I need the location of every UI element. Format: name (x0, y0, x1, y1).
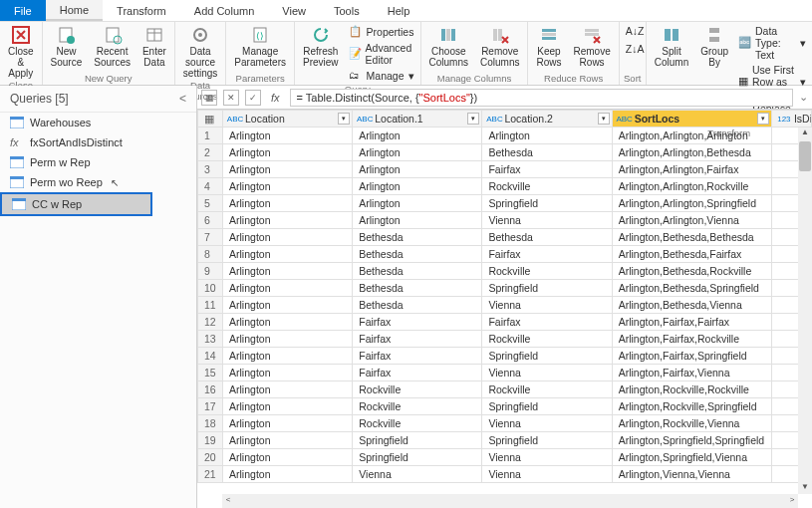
cell[interactable]: Springfield (482, 280, 612, 297)
table-row[interactable]: 2ArlingtonArlingtonBethesdaArlington,Arl… (198, 144, 812, 161)
sort-asc-button[interactable]: A↓Z (624, 24, 642, 40)
column-header-location1[interactable]: ABCLocation.1▾ (353, 111, 482, 127)
column-header-location2[interactable]: ABCLocation.2▾ (482, 111, 612, 127)
cell[interactable]: Arlington,Bethesda,Vienna (612, 297, 771, 314)
table-row[interactable]: 6ArlingtonArlingtonViennaArlington,Arlin… (198, 212, 812, 229)
sort-desc-button[interactable]: Z↓A (624, 42, 642, 58)
recent-sources-button[interactable]: Recent Sources (90, 24, 135, 69)
cell[interactable]: Arlington,Bethesda,Rockville (612, 263, 771, 280)
cell[interactable]: Springfield (353, 449, 482, 466)
filter-button[interactable]: ▾ (467, 113, 479, 125)
remove-columns-button[interactable]: Remove Columns (476, 24, 523, 69)
scroll-left-button[interactable]: < (222, 495, 234, 507)
row-number[interactable]: 7 (198, 229, 223, 246)
cell[interactable]: Vienna (482, 466, 612, 483)
row-number[interactable]: 2 (198, 144, 223, 161)
table-row[interactable]: 3ArlingtonArlingtonFairfaxArlington,Arli… (198, 161, 812, 178)
cell[interactable]: Arlington (353, 178, 482, 195)
cell[interactable]: Arlington (223, 398, 353, 415)
menu-file[interactable]: File (0, 0, 46, 21)
cell[interactable]: Springfield (482, 195, 612, 212)
row-number[interactable]: 12 (198, 314, 223, 331)
cell[interactable]: Rockville (482, 263, 612, 280)
properties-button[interactable]: 📋Properties (347, 24, 416, 40)
column-header-isdist[interactable]: 123IsDist (771, 111, 811, 127)
cell[interactable]: Arlington,Springfield,Springfield (612, 432, 771, 449)
table-row[interactable]: 5ArlingtonArlingtonSpringfieldArlington,… (198, 195, 812, 212)
table-row[interactable]: 20ArlingtonSpringfieldViennaArlington,Sp… (198, 449, 812, 466)
formula-input[interactable]: = Table.Distinct(Source, {"SortLocs"}) (290, 89, 793, 107)
row-number[interactable]: 20 (198, 449, 223, 466)
cell[interactable]: Arlington,Springfield,Vienna (612, 449, 771, 466)
manage-parameters-button[interactable]: ⟨⟩Manage Parameters (230, 24, 290, 69)
cell[interactable]: Arlington,Arlington,Arlington (612, 127, 771, 144)
cell[interactable]: Vienna (482, 415, 612, 432)
cell[interactable]: Fairfax (353, 314, 482, 331)
cell[interactable]: Arlington,Bethesda,Springfield (612, 280, 771, 297)
row-number[interactable]: 16 (198, 381, 223, 398)
table-row[interactable]: 8ArlingtonBethesdaFairfaxArlington,Bethe… (198, 246, 812, 263)
table-row[interactable]: 11ArlingtonBethesdaViennaArlington,Bethe… (198, 297, 812, 314)
cell[interactable]: Arlington,Fairfax,Springfield (612, 348, 771, 365)
cell[interactable]: Fairfax (353, 331, 482, 348)
cell[interactable]: Arlington (482, 127, 612, 144)
cell[interactable]: Arlington,Arlington,Fairfax (612, 161, 771, 178)
menu-view[interactable]: View (268, 0, 320, 21)
row-number[interactable]: 21 (198, 466, 223, 483)
table-row[interactable]: 1ArlingtonArlingtonArlingtonArlington,Ar… (198, 127, 812, 144)
table-row[interactable]: 19ArlingtonSpringfieldSpringfieldArlingt… (198, 432, 812, 449)
cell[interactable]: Rockville (482, 381, 612, 398)
scroll-thumb[interactable] (799, 141, 811, 171)
cell[interactable]: Arlington,Rockville,Rockville (612, 381, 771, 398)
cell[interactable]: Arlington,Arlington,Vienna (612, 212, 771, 229)
cell[interactable]: Bethesda (482, 144, 612, 161)
cell[interactable]: Springfield (482, 348, 612, 365)
menu-home[interactable]: Home (46, 0, 103, 21)
query-item-fxsortandisdistinct[interactable]: fxfxSortAndIsDistinct (0, 132, 196, 152)
table-row[interactable]: 13ArlingtonFairfaxRockvilleArlington,Fai… (198, 331, 812, 348)
corner-cell[interactable]: ▦ (198, 111, 223, 127)
table-row[interactable]: 15ArlingtonFairfaxViennaArlington,Fairfa… (198, 365, 812, 381)
remove-rows-button[interactable]: Remove Rows (570, 24, 615, 69)
row-number[interactable]: 14 (198, 348, 223, 365)
row-number[interactable]: 19 (198, 432, 223, 449)
cell[interactable]: Arlington (223, 212, 353, 229)
cell[interactable]: Fairfax (482, 246, 612, 263)
row-number[interactable]: 18 (198, 415, 223, 432)
cell[interactable]: Rockville (353, 381, 482, 398)
cell[interactable]: Arlington (353, 127, 482, 144)
row-number[interactable]: 1 (198, 127, 223, 144)
table-row[interactable]: 16ArlingtonRockvilleRockvilleArlington,R… (198, 381, 812, 398)
cell[interactable]: Rockville (353, 415, 482, 432)
cell[interactable]: Fairfax (353, 365, 482, 381)
cell[interactable]: Arlington (223, 331, 353, 348)
manage-button[interactable]: 🗂Manage ▾ (347, 68, 416, 84)
row-number[interactable]: 3 (198, 161, 223, 178)
menu-add-column[interactable]: Add Column (180, 0, 269, 21)
column-header-sortlocs[interactable]: ABCSortLocs▾ (612, 111, 771, 127)
row-number[interactable]: 9 (198, 263, 223, 280)
cell[interactable]: Vienna (482, 212, 612, 229)
cell[interactable]: Springfield (482, 432, 612, 449)
cell[interactable]: Arlington (223, 415, 353, 432)
cell[interactable]: Bethesda (353, 263, 482, 280)
cell[interactable]: Arlington (223, 365, 353, 381)
collapse-pane-button[interactable]: < (179, 92, 186, 106)
cell[interactable]: Bethesda (353, 229, 482, 246)
cell[interactable]: Arlington (353, 161, 482, 178)
cell[interactable]: Bethesda (353, 280, 482, 297)
cell[interactable]: Arlington (223, 178, 353, 195)
cell[interactable]: Vienna (482, 297, 612, 314)
refresh-preview-button[interactable]: Refresh Preview (299, 24, 343, 69)
cell[interactable]: Arlington (223, 466, 353, 483)
table-row[interactable]: 12ArlingtonFairfaxFairfaxArlington,Fairf… (198, 314, 812, 331)
cell[interactable]: Arlington,Rockville,Vienna (612, 415, 771, 432)
table-row[interactable]: 18ArlingtonRockvilleViennaArlington,Rock… (198, 415, 812, 432)
cell[interactable]: Arlington (223, 314, 353, 331)
query-item-perm-wo-reep[interactable]: Perm wo Reep↖ (0, 172, 196, 192)
cell[interactable]: Arlington,Bethesda,Bethesda (612, 229, 771, 246)
split-column-button[interactable]: Split Column (651, 24, 692, 69)
cell[interactable]: Arlington,Arlington,Springfield (612, 195, 771, 212)
table-row[interactable]: 10ArlingtonBethesdaSpringfieldArlington,… (198, 280, 812, 297)
row-number[interactable]: 6 (198, 212, 223, 229)
